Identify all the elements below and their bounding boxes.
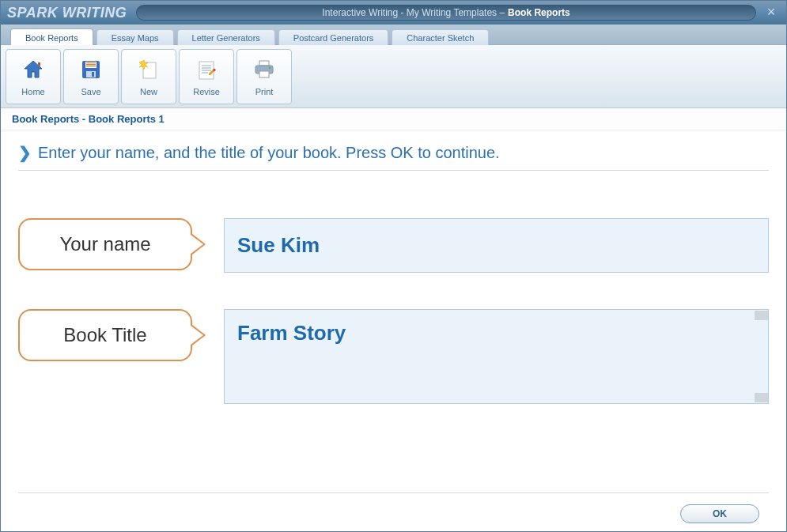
close-icon[interactable]: × xyxy=(764,6,778,20)
print-label: Print xyxy=(255,87,274,96)
content-area: ❯ Enter your name, and the title of your… xyxy=(1,130,786,531)
svg-rect-20 xyxy=(259,71,269,77)
new-icon xyxy=(136,57,161,82)
title-strong: Book Reports xyxy=(508,7,570,18)
window-title: Interactive Writing - My Writing Templat… xyxy=(136,5,756,21)
name-row: Your name xyxy=(18,218,769,273)
ok-button[interactable]: OK xyxy=(680,504,759,523)
tab-book-reports[interactable]: Book Reports xyxy=(10,28,93,45)
title-prefix: Interactive Writing - My Writing Templat… xyxy=(322,7,505,18)
title-field-wrap xyxy=(224,309,769,404)
tab-letter-generators[interactable]: Letter Generators xyxy=(177,29,275,45)
app-title: SPARK WRITING xyxy=(7,5,127,21)
print-button[interactable]: Print xyxy=(236,49,292,104)
breadcrumb: Book Reports - Book Reports 1 xyxy=(1,108,786,130)
new-button[interactable]: New xyxy=(121,49,176,104)
name-input[interactable] xyxy=(237,233,755,258)
tabbar: Book Reports Essay Maps Letter Generator… xyxy=(1,25,786,45)
save-button[interactable]: Save xyxy=(63,49,119,104)
title-input[interactable] xyxy=(237,321,755,386)
tab-character-sketch[interactable]: Character Sketch xyxy=(392,29,489,45)
svg-rect-8 xyxy=(92,72,94,77)
svg-point-21 xyxy=(269,66,271,69)
save-icon xyxy=(78,57,104,82)
home-icon xyxy=(21,57,46,82)
app-window: SPARK WRITING Interactive Writing - My W… xyxy=(0,0,787,532)
instruction-row: ❯ Enter your name, and the title of your… xyxy=(18,143,769,171)
scrollbar-up-icon[interactable] xyxy=(755,311,768,320)
title-row: Book Title xyxy=(18,309,769,404)
revise-button[interactable]: Revise xyxy=(179,49,234,104)
print-icon xyxy=(252,57,277,82)
scrollbar-down-icon[interactable] xyxy=(755,393,768,402)
save-label: Save xyxy=(81,87,100,96)
home-button[interactable]: Home xyxy=(6,49,61,104)
svg-rect-4 xyxy=(86,62,96,63)
toolbar: Home Save xyxy=(1,45,786,108)
name-field-wrap xyxy=(224,218,769,273)
svg-rect-7 xyxy=(86,71,96,77)
title-label: Book Title xyxy=(63,324,146,346)
svg-rect-6 xyxy=(86,66,96,66)
tab-essay-maps[interactable]: Essay Maps xyxy=(96,29,174,45)
titlebar: SPARK WRITING Interactive Writing - My W… xyxy=(1,1,786,25)
chevron-right-icon: ❯ xyxy=(18,143,32,162)
footer: OK xyxy=(18,492,769,523)
revise-icon xyxy=(194,57,219,82)
svg-rect-5 xyxy=(86,64,96,65)
name-label: Your name xyxy=(59,233,150,255)
svg-rect-18 xyxy=(259,61,269,66)
home-label: Home xyxy=(21,87,44,96)
name-label-bubble: Your name xyxy=(18,218,192,270)
tab-postcard-generators[interactable]: Postcard Generators xyxy=(278,29,389,45)
revise-label: Revise xyxy=(193,87,220,96)
new-label: New xyxy=(140,87,157,96)
instruction-text: Enter your name, and the title of your b… xyxy=(38,144,500,162)
title-label-bubble: Book Title xyxy=(18,309,192,361)
